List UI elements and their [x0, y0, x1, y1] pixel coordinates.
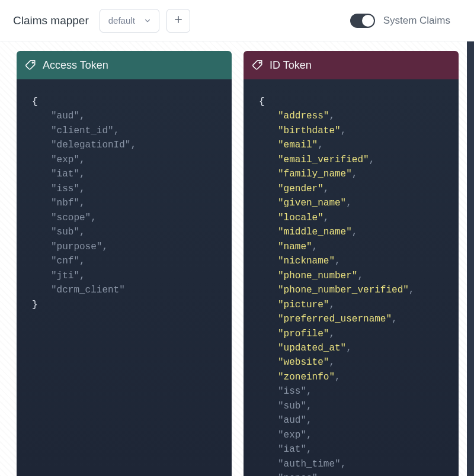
svg-point-2 — [32, 62, 33, 63]
system-claims-toggle[interactable] — [350, 14, 375, 28]
claims-mapper-toolbar: Claims mapper default System Claims — [0, 0, 474, 41]
access-token-header[interactable]: Access Token — [17, 51, 232, 79]
id-token-card: ID Token { "address", "birthdate", "emai… — [244, 51, 459, 476]
id-token-header[interactable]: ID Token — [244, 51, 459, 79]
mapper-select[interactable]: default — [100, 9, 159, 33]
add-mapper-button[interactable] — [166, 9, 190, 33]
mapper-select-value: default — [108, 15, 135, 25]
access-token-card: Access Token { "aud", "client_id", "dele… — [17, 51, 232, 476]
id-token-body: { "address", "birthdate", "email", "emai… — [244, 79, 459, 476]
tag-icon — [252, 59, 264, 71]
system-claims-label: System Claims — [383, 15, 450, 27]
id-token-title: ID Token — [270, 59, 312, 72]
access-token-title: Access Token — [43, 59, 108, 72]
right-edge-strip — [467, 0, 474, 476]
tag-icon — [25, 59, 37, 71]
plus-icon — [173, 14, 184, 27]
svg-point-3 — [259, 62, 260, 63]
content-area: Access Token { "aud", "client_id", "dele… — [0, 41, 467, 476]
chevron-down-icon — [143, 17, 152, 25]
toggle-knob — [362, 15, 374, 27]
access-token-body: { "aud", "client_id", "delegationId", "e… — [17, 79, 232, 476]
page-title: Claims mapper — [13, 14, 89, 27]
